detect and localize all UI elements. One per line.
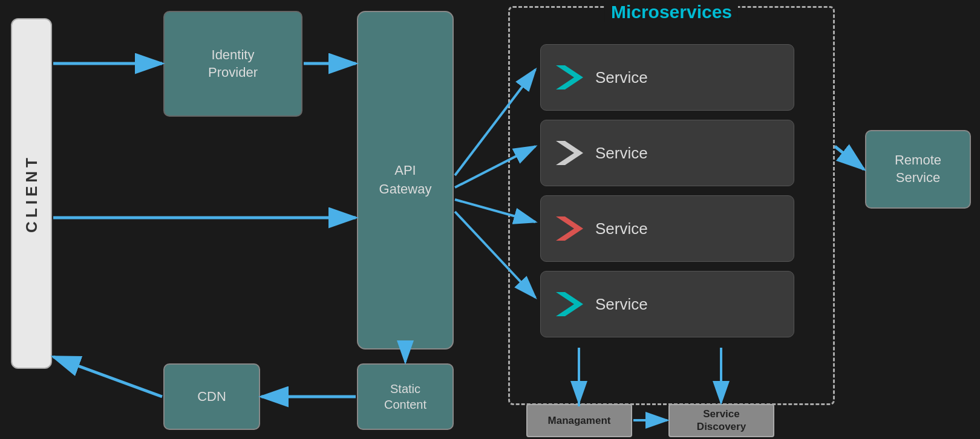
cdn-label: CDN [197, 389, 226, 405]
service-label-3: Service [595, 219, 648, 238]
service-box-1: Service [540, 44, 794, 111]
service-label-2: Service [595, 144, 648, 163]
microservices-title: Microservices [605, 2, 738, 22]
service-discovery-box: ServiceDiscovery [668, 404, 774, 437]
chevron-red-icon-3 [553, 213, 583, 244]
service-box-2: Service [540, 120, 794, 186]
cdn-box: CDN [163, 363, 260, 430]
svg-marker-1 [556, 141, 583, 165]
remote-service-box: RemoteService [865, 130, 971, 209]
management-box: Managament [526, 404, 632, 437]
arrow-service2-to-remote [835, 146, 864, 169]
identity-provider-box: IdentityProvider [163, 11, 302, 117]
diagram: CLIENT IdentityProvider APIGateway Stati… [0, 0, 980, 439]
chevron-teal-icon-4 [553, 289, 583, 319]
svg-marker-0 [556, 65, 583, 89]
service-box-3: Service [540, 195, 794, 262]
static-content-box: StaticContent [357, 363, 454, 430]
svg-marker-2 [556, 216, 583, 241]
chevron-white-icon-2 [553, 138, 583, 168]
remote-service-label: RemoteService [895, 152, 941, 186]
client-label: CLIENT [22, 154, 41, 233]
service-discovery-label: ServiceDiscovery [697, 408, 746, 433]
service-box-4: Service [540, 271, 794, 337]
chevron-teal-icon-1 [553, 62, 583, 93]
static-content-label: StaticContent [384, 381, 426, 412]
service-label-4: Service [595, 295, 648, 314]
service-label-1: Service [595, 68, 648, 87]
identity-provider-label: IdentityProvider [208, 47, 258, 81]
microservices-container: Microservices Service Service Service [508, 6, 835, 405]
api-gateway-box: APIGateway [357, 11, 454, 350]
api-gateway-label: APIGateway [379, 161, 432, 199]
management-label: Managament [548, 415, 611, 427]
arrow-cdn-to-client [53, 357, 162, 397]
client-box: CLIENT [11, 18, 52, 369]
svg-marker-3 [556, 292, 583, 316]
